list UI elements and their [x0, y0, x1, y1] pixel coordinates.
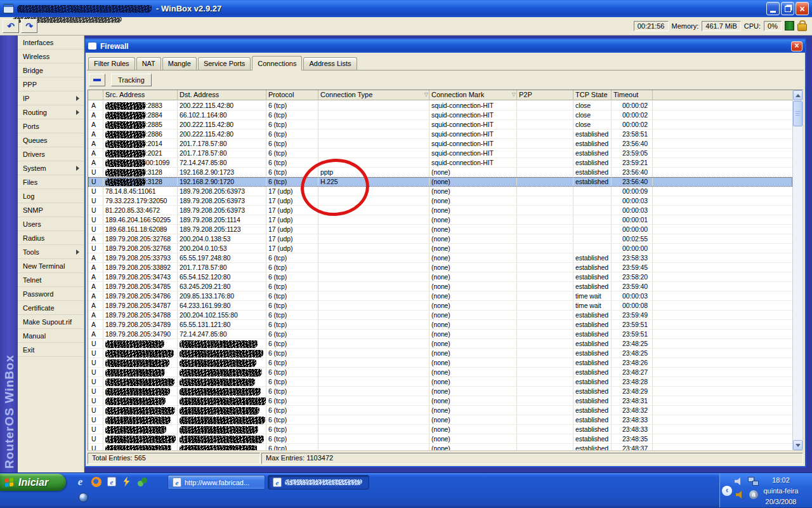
sidebar-item-snmp[interactable]: SNMP [18, 203, 84, 217]
table-row[interactable]: A189.79.208.205:33892201.7.178.57:806 (t… [88, 263, 792, 272]
table-row[interactable]: U6 (tcp)(none)established23:48:26 [88, 358, 792, 368]
firewall-close-button[interactable]: × [791, 41, 802, 51]
table-row[interactable]: U6 (tcp)(none)established23:48:32 [88, 406, 792, 415]
column-header-p2p[interactable]: P2P [517, 90, 573, 100]
table-row[interactable]: A:2021201.7.178.57:806 (tcp)squid-connec… [88, 149, 792, 158]
tab-address-lists[interactable]: Address Lists [303, 57, 357, 70]
ie-document-icon[interactable] [107, 477, 116, 486]
sidebar-item-manual[interactable]: Manual [18, 329, 84, 343]
column-header-type[interactable]: Connection Type▽ [318, 90, 429, 100]
table-row[interactable]: U6 (tcp)(none)established23:48:29 [88, 387, 792, 396]
table-row[interactable]: A189.79.208.205:3379365.55.197.248:806 (… [88, 253, 792, 263]
sidebar-item-radius[interactable]: Radius [18, 231, 84, 245]
table-row[interactable]: U:3128192.168.2.90:17236 (tcp)pptp(none)… [88, 168, 792, 177]
table-row[interactable]: U189.46.204.166:50295189.79.208.205:1114… [88, 215, 792, 225]
sidebar-item-exit[interactable]: Exit [18, 343, 84, 357]
table-row[interactable]: U81.220.85.33:4672189.79.208.205:6397317… [88, 206, 792, 215]
tab-nat[interactable]: NAT [136, 57, 161, 70]
table-row[interactable]: U6 (tcp)(none)established23:48:33 [88, 425, 792, 434]
tab-filter-rules[interactable]: Filter Rules [88, 57, 135, 70]
table-row[interactable]: U6 (tcp)(none)established23:48:28 [88, 377, 792, 387]
sidebar-item-certificate[interactable]: Certificate [18, 301, 84, 315]
sidebar-item-new-terminal[interactable]: New Terminal [18, 259, 84, 273]
minimize-button[interactable] [766, 2, 780, 15]
sidebar-item-tools[interactable]: Tools [18, 245, 84, 259]
tab-connections[interactable]: Connections [252, 56, 302, 70]
vertical-scrollbar[interactable] [792, 90, 802, 450]
table-row[interactable]: A189.79.208.205:3474365.54.152.120:806 (… [88, 272, 792, 282]
sidebar-item-telnet[interactable]: Telnet [18, 273, 84, 287]
cell-dst: 200.204.0.138:53 [178, 234, 266, 243]
scroll-up-button[interactable] [793, 90, 802, 100]
msn-messenger-icon[interactable] [137, 477, 148, 487]
table-row[interactable]: A00:109972.14.247.85:806 (tcp)squid-conn… [88, 158, 792, 168]
sidebar-item-drivers[interactable]: Drivers [18, 147, 84, 161]
volume-icon[interactable] [735, 478, 743, 486]
tab-service-ports[interactable]: Service Ports [198, 57, 251, 70]
table-row[interactable]: U:3128192.168.2.90:17206 (tcp)H.225(none… [88, 177, 792, 187]
table-row[interactable]: U189.68.161.18:62089189.79.208.205:11231… [88, 225, 792, 234]
column-header-state[interactable]: TCP State [573, 90, 612, 100]
sidebar-item-queues[interactable]: Queues [18, 133, 84, 147]
tray-chevron-button[interactable]: ‹ [722, 486, 732, 496]
table-row[interactable]: U6 (tcp)(none)established23:48:33 [88, 415, 792, 425]
sidebar-item-system[interactable]: System [18, 161, 84, 175]
column-header-proto[interactable]: Protocol [266, 90, 318, 100]
winamp-icon[interactable] [122, 477, 131, 487]
scroll-down-button[interactable] [793, 440, 802, 450]
taskbar-button-2[interactable] [268, 475, 369, 490]
table-row[interactable]: U6 (tcp)(none)established23:48:27 [88, 368, 792, 377]
table-row[interactable]: A189.79.208.205:32768200.204.0.138:5317 … [88, 234, 792, 244]
globe-icon[interactable] [79, 493, 88, 502]
table-row[interactable]: A189.79.208.205:3478965.55.131.121:806 (… [88, 320, 792, 330]
sidebar-item-files[interactable]: Files [18, 175, 84, 189]
sidebar-item-bridge[interactable]: Bridge [18, 64, 84, 77]
firefox-icon[interactable] [91, 477, 102, 487]
sidebar-item-make-supout-rif[interactable]: Make Supout.rif [18, 315, 84, 329]
table-row[interactable]: A:2014201.7.178.57:806 (tcp)squid-connec… [88, 139, 792, 149]
ie-icon[interactable] [75, 476, 86, 487]
speaker-icon[interactable] [736, 491, 745, 499]
table-row[interactable]: A:2885200.222.115.42:806 (tcp)squid-conn… [88, 120, 792, 130]
sidebar-item-ip[interactable]: IP [18, 91, 84, 105]
table-row[interactable]: U6 (tcp)(none)established23:48:37 [88, 444, 792, 451]
table-row[interactable]: A189.79.208.205:3478563.245.209.21:806 (… [88, 282, 792, 291]
table-row[interactable]: A:2883200.222.115.42:806 (tcp)squid-conn… [88, 101, 792, 110]
column-header-mark[interactable]: Connection Mark▽ [429, 90, 517, 100]
table-row[interactable]: A189.79.208.205:3478764.233.161.99:806 (… [88, 301, 792, 311]
sidebar-item-routing[interactable]: Routing [18, 105, 84, 119]
table-row[interactable]: U189.79.208.205:32768200.204.0.10:5317 (… [88, 244, 792, 253]
remove-connection-button[interactable] [89, 74, 105, 86]
table-row[interactable]: A:2886200.222.115.42:806 (tcp)squid-conn… [88, 130, 792, 139]
tracking-button[interactable]: Tracking [111, 74, 152, 86]
table-row[interactable]: U6 (tcp)(none)established23:48:31 [88, 396, 792, 406]
column-header-src[interactable]: Src. Address [103, 90, 178, 100]
sidebar-item-log[interactable]: Log [18, 189, 84, 203]
close-button[interactable]: × [796, 2, 809, 15]
sidebar-item-users[interactable]: Users [18, 217, 84, 231]
table-row[interactable]: A189.79.208.205:34788200.204.102.155:806… [88, 311, 792, 320]
start-button[interactable]: Iniciar [0, 474, 66, 491]
table-row[interactable]: A189.79.208.205:3479072.14.247.85:806 (t… [88, 330, 792, 339]
scrollbar-thumb[interactable] [793, 101, 802, 126]
table-row[interactable]: U6 (tcp)(none)established23:48:25 [88, 349, 792, 358]
redo-button[interactable]: ↷ [21, 19, 37, 33]
taskbar-button-1[interactable]: http://www.fabricad... [167, 475, 265, 490]
table-row[interactable]: A:288466.102.1.164:806 (tcp)squid-connec… [88, 110, 792, 120]
restore-button[interactable] [781, 2, 794, 15]
sidebar-item-password[interactable]: Password [18, 287, 84, 301]
table-row[interactable]: U79.33.223.179:32050189.79.208.205:63973… [88, 196, 792, 206]
column-header-dst[interactable]: Dst. Address [178, 90, 266, 100]
tab-mangle[interactable]: Mangle [162, 57, 197, 70]
undo-button[interactable]: ↶ [3, 19, 19, 33]
table-row[interactable]: A189.79.208.205:34786209.85.133.176:806 … [88, 291, 792, 301]
table-row[interactable]: U6 (tcp)(none)established23:48:35 [88, 434, 792, 444]
table-row[interactable]: U78.14.8.45:11061189.79.208.205:6397317 … [88, 187, 792, 196]
table-row[interactable]: U6 (tcp)(none)established23:48:25 [88, 339, 792, 349]
sidebar-item-ppp[interactable]: PPP [18, 77, 84, 91]
sidebar-item-wireless[interactable]: Wireless [18, 50, 84, 64]
sidebar-item-interfaces[interactable]: Interfaces [18, 36, 84, 50]
column-header-flags[interactable] [88, 90, 103, 100]
sidebar-item-ports[interactable]: Ports [18, 119, 84, 133]
column-header-timeout[interactable]: Timeout [612, 90, 653, 100]
